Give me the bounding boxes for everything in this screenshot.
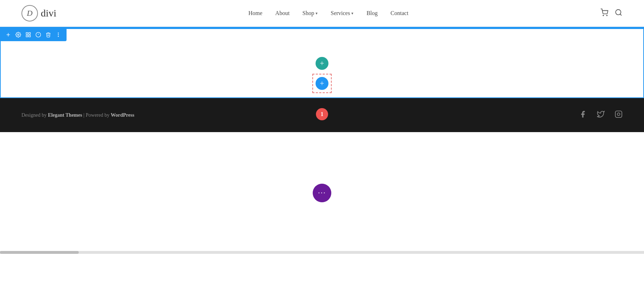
section-toolbar: [0, 28, 67, 41]
svg-line-3: [620, 14, 621, 15]
svg-point-1: [606, 15, 607, 16]
elegant-themes-link[interactable]: Elegant Themes: [48, 112, 82, 118]
nav-contact[interactable]: Contact: [391, 10, 409, 16]
toolbar-add-btn[interactable]: [4, 30, 13, 39]
logo[interactable]: D divi: [21, 5, 57, 21]
toolbar-toggle-btn[interactable]: [34, 30, 43, 39]
dots-icon: ···: [318, 188, 326, 198]
notification-badge[interactable]: 1: [316, 108, 328, 120]
nav-icon-group: [600, 9, 623, 18]
nav-blog[interactable]: Blog: [366, 10, 377, 16]
plus-icon-green: +: [320, 59, 324, 68]
nav-home[interactable]: Home: [248, 10, 262, 16]
svg-point-16: [58, 36, 59, 37]
toolbar-settings-btn[interactable]: [14, 30, 23, 39]
logo-icon: D: [21, 5, 38, 21]
social-icons-group: [579, 110, 623, 120]
facebook-icon[interactable]: [579, 110, 587, 120]
add-module-dashed-area: +: [312, 74, 332, 93]
svg-point-2: [616, 9, 621, 15]
horizontal-scrollbar[interactable]: [0, 251, 644, 254]
svg-rect-7: [26, 33, 28, 34]
svg-point-0: [603, 15, 604, 16]
nav-about[interactable]: About: [275, 10, 289, 16]
toolbar-layout-btn[interactable]: [24, 30, 33, 39]
instagram-icon[interactable]: [615, 110, 623, 120]
wordpress-link[interactable]: WordPress: [111, 112, 135, 118]
cart-icon[interactable]: [600, 9, 608, 18]
shop-chevron: ▾: [316, 11, 318, 16]
svg-point-6: [18, 34, 19, 35]
plus-icon-blue: +: [320, 79, 324, 88]
designed-by-text: Designed by: [21, 112, 48, 118]
twitter-icon[interactable]: [597, 110, 605, 120]
scrollbar-thumb[interactable]: [0, 251, 79, 254]
main-editable-section: + + 1: [0, 28, 644, 98]
notification-count: 1: [321, 111, 323, 117]
header: D divi Home About Shop ▾ Services ▾ Blog…: [0, 0, 644, 27]
add-module-button-blue[interactable]: +: [316, 77, 328, 90]
svg-rect-9: [29, 35, 30, 37]
svg-rect-10: [26, 35, 28, 37]
services-chevron: ▾: [351, 11, 353, 16]
svg-rect-8: [29, 33, 30, 34]
svg-point-14: [58, 33, 59, 34]
footer-credit: Designed by Elegant Themes | Powered by …: [21, 112, 134, 118]
svg-point-15: [58, 34, 59, 35]
svg-rect-17: [615, 111, 622, 117]
nav-shop[interactable]: Shop ▾: [302, 10, 318, 16]
toolbar-more-btn[interactable]: [54, 30, 63, 39]
toolbar-delete-btn[interactable]: [44, 30, 53, 39]
nav-services[interactable]: Services ▾: [331, 10, 353, 16]
search-icon[interactable]: [615, 9, 623, 18]
powered-by-text: | Powered by: [83, 112, 111, 118]
below-footer-area: ···: [0, 132, 644, 254]
purple-dots-button[interactable]: ···: [313, 184, 331, 202]
add-row-button-green[interactable]: +: [316, 57, 328, 70]
logo-text: divi: [41, 8, 57, 19]
main-nav: Home About Shop ▾ Services ▾ Blog Contac…: [248, 10, 408, 16]
